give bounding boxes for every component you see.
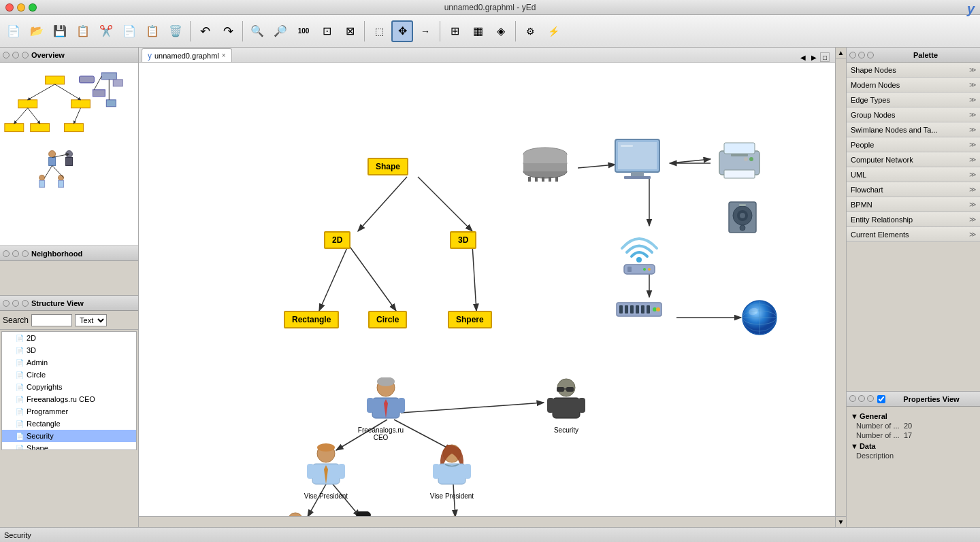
move-button[interactable]: ✥ [391, 20, 413, 42]
nb-dot1[interactable] [3, 250, 10, 257]
props-dot2[interactable] [858, 395, 865, 402]
layout-button[interactable]: ⚙ [519, 20, 541, 42]
node-laptop[interactable] [612, 136, 663, 187]
palette-item-entity-relationship[interactable]: Entity Relationship ≫ [847, 212, 980, 227]
snap2-button[interactable]: ◈ [490, 20, 512, 42]
grid-button[interactable]: ▦ [467, 20, 489, 42]
overview-dot3[interactable] [22, 52, 29, 58]
search-input[interactable] [31, 314, 72, 326]
node-vp2[interactable]: Vise President [428, 443, 476, 500]
node-ceo[interactable]: Freeanalogs.ru CEO [359, 377, 413, 441]
edge-button[interactable]: → [414, 20, 436, 42]
zoom-in-button[interactable]: 🔍 [246, 20, 268, 42]
tree-item-admin[interactable]: 📄Admin [2, 356, 136, 369]
sv-dot1[interactable] [3, 300, 10, 307]
tree-item-circle[interactable]: 📄Circle [2, 369, 136, 381]
snap-button[interactable]: ⊞ [444, 20, 466, 42]
props-dot3[interactable] [867, 395, 874, 402]
minimize-button[interactable] [17, 3, 25, 12]
node-2d[interactable]: 2D [324, 231, 350, 249]
vertical-scrollbar[interactable]: ▲ ▼ [835, 48, 846, 527]
node-server[interactable] [521, 144, 569, 182]
tree-item-shape[interactable]: 📄Shape [2, 442, 136, 450]
tab-prev-button[interactable]: ◀ [798, 52, 808, 62]
saveas-button[interactable]: 📋 [72, 20, 94, 42]
overview-canvas[interactable] [0, 63, 138, 246]
palette-item-group-nodes[interactable]: Group Nodes ≫ [847, 107, 980, 122]
tree-item-3d[interactable]: 📄3D [2, 344, 136, 356]
overview-dot1[interactable] [3, 52, 10, 58]
node-shape[interactable]: Shape [368, 158, 408, 175]
palette-dot2[interactable] [858, 52, 865, 58]
save-button[interactable]: 💾 [49, 20, 71, 42]
search-type-select[interactable]: Text [75, 314, 107, 326]
palette-dot3[interactable] [867, 52, 874, 58]
palette-dot1[interactable] [849, 52, 856, 58]
expand-data-icon[interactable]: ▼ [851, 442, 858, 450]
palette-item-modern-nodes[interactable]: Modern Nodes ≫ [847, 78, 980, 92]
redo-button[interactable]: ↷ [217, 20, 239, 42]
node-rectangle[interactable]: Rectangle [284, 311, 339, 328]
undo-button[interactable]: ↶ [194, 20, 216, 42]
node-admin[interactable]: Admin [275, 511, 316, 516]
nb-dot2[interactable] [12, 250, 19, 257]
node-programmer[interactable]: Programmer [343, 511, 384, 516]
new-button[interactable]: 📄 [3, 20, 24, 42]
tree-item-2d[interactable]: 📄2D [2, 332, 136, 344]
cut-button[interactable]: ✂️ [95, 20, 117, 42]
node-vp1[interactable]: Vise President [302, 443, 350, 500]
overview-dot2[interactable] [12, 52, 19, 58]
palette-item-shape-nodes[interactable]: Shape Nodes ≫ [847, 63, 980, 78]
props-checkbox[interactable] [877, 395, 885, 403]
node-circle[interactable]: Circle [368, 311, 407, 328]
scroll-up-button[interactable]: ▲ [836, 48, 846, 58]
select-button[interactable]: ⬚ [368, 20, 390, 42]
copy-button[interactable]: 📄 [118, 20, 140, 42]
open-button[interactable]: 📂 [26, 20, 48, 42]
palette-item-computer-network[interactable]: Computer Network ≫ [847, 152, 980, 167]
node-3d[interactable]: 3D [450, 231, 476, 249]
node-printer[interactable] [714, 137, 765, 185]
zoom-out-button[interactable]: 🔎 [270, 20, 291, 42]
expand-general-icon[interactable]: ▼ [851, 412, 858, 420]
node-switch[interactable] [615, 299, 663, 320]
fit-sel-button[interactable]: ⊠ [339, 20, 361, 42]
palette-item-uml[interactable]: UML ≫ [847, 167, 980, 182]
node-shpere[interactable]: Shpere [448, 311, 492, 328]
paste-button[interactable]: 📋 [142, 20, 163, 42]
sv-dot2[interactable] [12, 300, 19, 307]
tree-item-copyrights[interactable]: 📄Copyrights [2, 381, 136, 393]
tab-maximize-button[interactable]: □ [820, 52, 830, 62]
maximize-button[interactable] [29, 3, 37, 12]
tree-list[interactable]: 📄2D 📄3D 📄Admin 📄Circle 📄Copyrights 📄Free… [1, 331, 137, 450]
tab-close-icon[interactable]: × [222, 52, 226, 59]
tree-item-security[interactable]: 📄Security [2, 430, 136, 442]
magic-button[interactable]: ⚡ [542, 20, 564, 42]
palette-item-bpmn[interactable]: BPMN ≫ [847, 197, 980, 212]
node-copyrights[interactable]: Copyrights [430, 511, 478, 516]
palette-item-current-elements[interactable]: Current Elements ≫ [847, 227, 980, 242]
tree-item-rectangle[interactable]: 📄Rectangle [2, 418, 136, 430]
zoom-100-button[interactable]: 100 [293, 20, 314, 42]
nb-dot3[interactable] [22, 250, 29, 257]
palette-item-edge-types[interactable]: Edge Types ≫ [847, 92, 980, 107]
palette-item-swimlane-nodes[interactable]: Swimlane Nodes and Ta... ≫ [847, 122, 980, 137]
fit-button[interactable]: ⊡ [316, 20, 338, 42]
tree-item-programmer[interactable]: 📄Programmer [2, 405, 136, 418]
node-wifi[interactable] [614, 222, 665, 277]
delete-button[interactable]: 🗑️ [165, 20, 186, 42]
palette-item-flowchart[interactable]: Flowchart ≫ [847, 182, 980, 197]
props-dot1[interactable] [849, 395, 856, 402]
close-button[interactable] [5, 3, 14, 12]
bottom-scrollbar[interactable] [139, 516, 835, 527]
node-speaker[interactable] [725, 199, 760, 236]
node-security[interactable]: Security [546, 377, 587, 434]
tab-main[interactable]: y unnamed0.graphml × [142, 48, 232, 62]
scroll-down-button[interactable]: ▼ [836, 516, 846, 527]
tree-item-ceo[interactable]: 📄Freeanalogs.ru CEO [2, 393, 136, 405]
graph-canvas[interactable]: Shape 2D 3D Rectangle Circle Shpere [139, 63, 835, 516]
palette-item-people[interactable]: People ≫ [847, 137, 980, 152]
sv-dot3[interactable] [22, 300, 29, 307]
node-globe[interactable] [741, 299, 779, 337]
tab-next-button[interactable]: ▶ [809, 52, 819, 62]
